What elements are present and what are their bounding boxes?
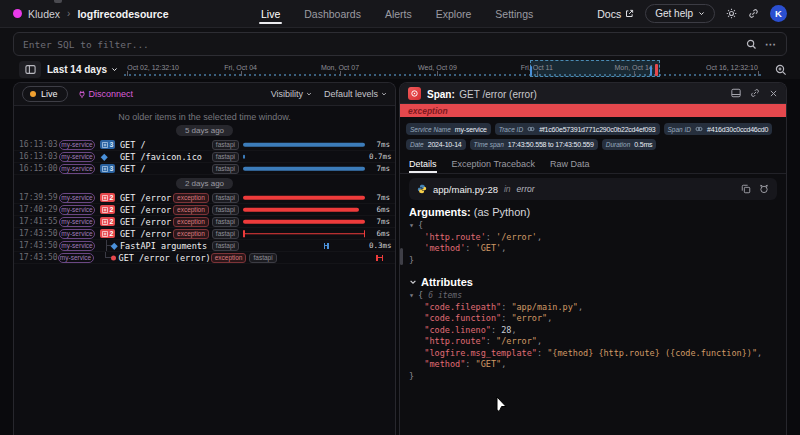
log-row[interactable]: 17:40:29my-service2GET /errorexceptionfa…	[14, 204, 395, 216]
log-row[interactable]: 16:15:00my-service3GET /fastapi7ms	[14, 163, 395, 175]
link-icon[interactable]	[750, 88, 760, 98]
service-tag: my-service	[59, 140, 95, 150]
log-message[interactable]: GET /error	[120, 229, 171, 239]
detail-tab-details[interactable]: Details	[409, 155, 437, 173]
tab-live[interactable]: Live	[261, 0, 280, 27]
breadcrumb[interactable]: Kludex › logfirecodesource	[13, 8, 168, 20]
levels-dropdown[interactable]: Default levels	[324, 89, 387, 99]
log-message[interactable]: GET /error	[120, 205, 171, 215]
get-help-button[interactable]: Get help	[645, 4, 715, 23]
nav-right: Docs Get help K	[597, 4, 787, 23]
service-tag: my-service	[59, 164, 95, 174]
log-row[interactable]: 16:13:03my-service3GET /fastapi7ms	[14, 139, 395, 151]
span-count-badge[interactable]: 2	[100, 229, 115, 238]
metadata-chip[interactable]: Span ID#416d30c0ccd46cd0	[664, 123, 773, 135]
span-count-badge[interactable]: 2	[100, 217, 115, 226]
timeline-tick-label: Wed, Oct 09	[418, 64, 457, 71]
disconnect-button[interactable]: Disconnect	[78, 89, 134, 99]
exception-tag: exception	[211, 253, 247, 263]
sidebar-toggle-button[interactable]	[19, 61, 41, 78]
span-diamond-icon	[102, 154, 107, 159]
log-message[interactable]: GET /favicon.ico	[120, 152, 202, 162]
fastapi-tag: fastapi	[212, 164, 239, 174]
docs-link[interactable]: Docs	[597, 8, 634, 20]
zoom-to-selection-button[interactable]	[775, 64, 787, 76]
tab-explore[interactable]: Explore	[436, 0, 472, 27]
log-message[interactable]: GET /	[120, 140, 146, 150]
log-message[interactable]: GET /error	[120, 217, 171, 227]
log-row[interactable]: 16:13:03my-serviceGET /favicon.icofastap…	[14, 151, 395, 163]
close-icon[interactable]	[769, 89, 778, 98]
copy-id-icon[interactable]	[695, 125, 703, 133]
detail-tab-raw-data[interactable]: Raw Data	[550, 155, 590, 173]
tab-alerts[interactable]: Alerts	[385, 0, 412, 27]
search-icon[interactable]	[746, 39, 757, 50]
span-count-badge[interactable]: 3	[100, 140, 115, 149]
metadata-chip[interactable]: Time span17:43:50.558 to 17:43:50.559	[470, 139, 598, 150]
span-count-badge[interactable]: 3	[100, 164, 115, 173]
span-count-badge[interactable]: 2	[100, 205, 115, 214]
timeline-track[interactable]: Oct 02, 12:32:10Fri, Oct 04Mon, Oct 07We…	[124, 60, 761, 79]
live-view-panel: Live Disconnect Visibility Default level…	[13, 82, 396, 435]
fastapi-tag: fastapi	[212, 140, 239, 150]
chevron-down-icon	[111, 66, 118, 73]
log-row[interactable]: 17:41:55my-service2GET /errorexceptionfa…	[14, 216, 395, 228]
span-detail-header: Span: GET /error (error)	[400, 83, 786, 104]
visibility-dropdown[interactable]: Visibility	[271, 89, 312, 99]
metadata-chip[interactable]: Trace ID#f1c60e57391d771c290c0b22cd4ef09…	[495, 123, 660, 135]
metadata-chip[interactable]: Date2024-10-14	[406, 139, 466, 150]
detail-tabs: DetailsException TracebackRaw Data	[400, 155, 786, 174]
span-count-badge[interactable]: 2	[100, 193, 115, 202]
log-row[interactable]: 17:39:59my-service2GET /errorexceptionfa…	[14, 192, 395, 204]
metadata-chip[interactable]: Service Namemy-service	[406, 123, 491, 135]
copy-icon[interactable]	[741, 184, 751, 194]
log-message[interactable]: GET /error	[120, 193, 171, 203]
code-location[interactable]: app/main.py:28 in error	[409, 178, 777, 200]
timeline-tick	[758, 71, 759, 76]
more-options-button[interactable]: ⋯	[765, 38, 777, 51]
span-metadata-chips: Service Namemy-serviceTrace ID#f1c60e573…	[400, 117, 786, 155]
metadata-chip[interactable]: Duration0.5ms	[602, 139, 657, 150]
log-time: 17:43:50	[19, 241, 59, 250]
log-row[interactable]: 17:43:50my-service2GET /errorexceptionfa…	[14, 228, 395, 240]
logfire-logo	[13, 9, 22, 18]
log-message[interactable]: FastAPI arguments	[120, 241, 207, 251]
breadcrumb-org[interactable]: Kludex	[28, 8, 60, 20]
arguments-heading: Arguments: (as Python)	[409, 206, 777, 218]
log-row[interactable]: 17:43:50my-serviceFastAPI argumentsfasta…	[14, 240, 395, 252]
scrollbar-thumb[interactable]	[400, 248, 403, 265]
attributes-heading[interactable]: Attributes	[409, 276, 777, 288]
code-file[interactable]: app/main.py:28	[433, 184, 498, 195]
detail-tab-exception-traceback[interactable]: Exception Traceback	[452, 155, 536, 173]
live-toggle[interactable]: Live	[22, 86, 68, 102]
log-message[interactable]: GET /	[120, 164, 146, 174]
log-row[interactable]: 17:43:50my-serviceGET /error (error)exce…	[14, 252, 395, 264]
empty-message: No older items in the selected time wind…	[14, 106, 395, 122]
avatar[interactable]: K	[770, 5, 787, 22]
breadcrumb-separator: ›	[67, 8, 70, 19]
span-marker	[376, 255, 383, 261]
theme-toggle-button[interactable]	[726, 8, 737, 19]
span-diamond-icon	[112, 243, 117, 248]
tab-dashboards[interactable]: Dashboards	[304, 0, 361, 27]
sun-icon	[726, 8, 737, 19]
sql-filter-bar[interactable]: Enter SQL to filter... ⋯	[13, 32, 787, 56]
breadcrumb-project[interactable]: logfirecodesource	[77, 8, 168, 20]
exception-banner: exception	[400, 104, 786, 117]
timeline-tick-label: Oct 02, 12:32:10	[127, 64, 179, 71]
service-tag: my-service	[59, 152, 95, 162]
log-message[interactable]: GET /error (error)	[119, 253, 211, 263]
dock-panel-icon[interactable]	[731, 88, 741, 98]
span-duration: 7ms	[369, 140, 395, 149]
copy-id-icon[interactable]	[527, 125, 535, 133]
share-link-button[interactable]	[748, 8, 759, 19]
span-bar	[243, 207, 359, 212]
sql-filter-input[interactable]: Enter SQL to filter...	[23, 39, 738, 50]
github-icon[interactable]	[759, 184, 769, 194]
span-bar	[243, 233, 365, 235]
chevron-down-icon	[381, 91, 387, 97]
log-list: No older items in the selected time wind…	[14, 106, 395, 435]
tab-settings[interactable]: Settings	[495, 0, 533, 27]
exception-tag: exception	[173, 193, 209, 203]
time-range-dropdown[interactable]: Last 14 days	[47, 64, 118, 75]
